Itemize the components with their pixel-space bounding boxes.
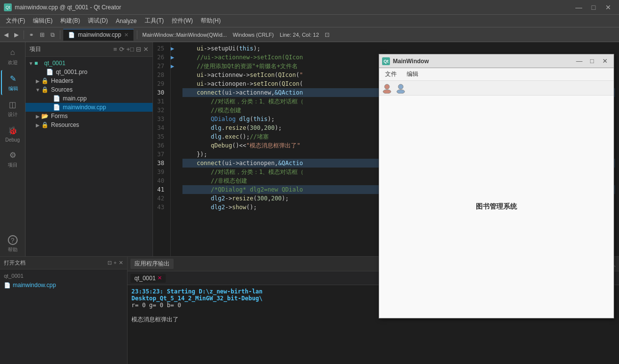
svg-point-2 bbox=[398, 84, 403, 89]
open-docs-float-icon[interactable]: ⊡ bbox=[107, 260, 112, 266]
sidebar-item-design[interactable]: ◫ 设计 bbox=[1, 96, 25, 121]
tree-arrow-headers: ▶ bbox=[34, 78, 41, 84]
output-file-tab[interactable]: qt_0001 ✕ bbox=[130, 274, 166, 283]
toolbar-sep-1 bbox=[24, 30, 24, 39]
toolbar-expand[interactable]: ⊡ bbox=[323, 29, 332, 40]
tree-item-main-cpp[interactable]: 📄 main.cpp bbox=[26, 94, 153, 103]
maximize-button[interactable]: □ bbox=[587, 2, 600, 12]
toolbar-sep-3 bbox=[137, 30, 137, 39]
close-button[interactable]: ✕ bbox=[601, 2, 615, 12]
tree-item-forms[interactable]: ▶ 📂 Forms bbox=[26, 112, 153, 121]
tree-arrow-forms: ▶ bbox=[34, 114, 41, 119]
float-app-icon: Qt bbox=[382, 57, 390, 65]
open-docs-close-icon[interactable]: ✕ bbox=[119, 260, 123, 266]
window-title: mainwindow.cpp @ qt_0001 - Qt Creator bbox=[15, 4, 121, 11]
close-tree-icon[interactable]: ✕ bbox=[143, 46, 149, 53]
menu-file[interactable]: 文件(F) bbox=[2, 16, 29, 26]
app-icon: Qt bbox=[4, 3, 12, 11]
open-doc-project: qt_0001 bbox=[0, 271, 127, 280]
sidebar-label-help: 帮助 bbox=[8, 246, 18, 253]
float-maximize[interactable]: □ bbox=[586, 56, 598, 66]
breadcrumb-function[interactable]: MainWindow::MainWindow(QWid... bbox=[140, 29, 229, 40]
tree-arrow-sources: ▼ bbox=[34, 87, 41, 93]
headers-label: Headers bbox=[51, 77, 73, 84]
filter-icon[interactable]: ≡ bbox=[113, 46, 117, 53]
menu-edit[interactable]: 编辑(E) bbox=[29, 16, 56, 26]
floating-window: Qt MainWindow — □ ✕ 文件 编辑 图书管理系统 bbox=[379, 54, 614, 318]
tree-arrow-root: ▼ bbox=[27, 61, 34, 66]
menu-control[interactable]: 控件(W) bbox=[168, 16, 197, 26]
root-icon: ■ bbox=[34, 60, 42, 67]
file-tree-title: 项目 bbox=[29, 45, 41, 53]
collapse-icon[interactable]: ⊟ bbox=[136, 46, 141, 53]
sidebar-label-debug: Debug bbox=[5, 137, 20, 143]
help-icon: ? bbox=[8, 235, 18, 245]
float-avatar-2[interactable] bbox=[395, 83, 407, 94]
file-tree-panel: 项目 ≡ ⟳ +□ ⊟ ✕ ▼ ■ qt_0001 bbox=[26, 42, 153, 256]
tree-arrow-resources: ▶ bbox=[34, 122, 41, 128]
tab-close-icon[interactable]: ✕ bbox=[124, 32, 129, 38]
active-file-tab[interactable]: 📄 mainwindow.cpp ✕ bbox=[63, 29, 134, 41]
output-file-tab-label: qt_0001 bbox=[134, 275, 155, 282]
open-doc-project-label: qt_0001 bbox=[4, 273, 24, 279]
open-doc-label: mainwindow.cpp bbox=[13, 282, 56, 289]
sidebar-item-debug[interactable]: 🐞 Debug bbox=[1, 122, 25, 146]
sidebar-item-welcome[interactable]: ⌂ 欢迎 bbox=[1, 44, 25, 69]
open-docs-add-icon[interactable]: + bbox=[114, 260, 117, 266]
sidebar-item-help[interactable]: ? 帮助 bbox=[1, 232, 25, 256]
left-sidebar: ⌂ 欢迎 ✎ 编辑 ◫ 设计 🐞 Debug ⚙ 项目 ? 帮助 bbox=[0, 42, 26, 256]
code-line-25: ui->setupUi(this); bbox=[182, 44, 615, 53]
output-file-close[interactable]: ✕ bbox=[157, 275, 162, 281]
welcome-icon: ⌂ bbox=[7, 47, 18, 58]
add-icon[interactable]: +□ bbox=[127, 46, 134, 53]
sidebar-item-project[interactable]: ⚙ 项目 bbox=[1, 146, 25, 171]
menu-help[interactable]: 帮助(H) bbox=[197, 16, 225, 26]
float-menu-edit[interactable]: 编辑 bbox=[403, 69, 422, 79]
toolbar-snap[interactable]: ⊞ bbox=[38, 29, 47, 40]
toolbar-forward[interactable]: ▶ bbox=[12, 29, 21, 40]
open-docs-title: 打开文档 bbox=[4, 259, 26, 267]
tree-item-resources[interactable]: ▶ 🔒 Resources bbox=[26, 121, 153, 129]
menu-bar: 文件(F) 编辑(E) 构建(B) 调试(D) Analyze 工具(T) 控件… bbox=[0, 15, 619, 27]
svg-point-3 bbox=[397, 90, 405, 94]
float-menu-file[interactable]: 文件 bbox=[381, 69, 401, 79]
debug-icon: 🐞 bbox=[7, 125, 18, 136]
open-docs-panel: 打开文档 ⊡ + ✕ qt_0001 📄 mainwindow.cpp bbox=[0, 257, 128, 364]
open-docs-actions: ⊡ + ✕ bbox=[107, 260, 123, 266]
tree-item-headers[interactable]: ▶ 🔒 Headers bbox=[26, 76, 153, 85]
sidebar-item-edit[interactable]: ✎ 编辑 bbox=[1, 70, 25, 95]
main-toolbar: ◀ ▶ ⚭ ⊞ ⧉ 📄 mainwindow.cpp ✕ MainWindow:… bbox=[0, 27, 619, 42]
open-doc-mainwindow[interactable]: 📄 mainwindow.cpp bbox=[0, 280, 127, 290]
menu-tools[interactable]: 工具(T) bbox=[141, 16, 168, 26]
open-docs-content: qt_0001 📄 mainwindow.cpp bbox=[0, 269, 127, 364]
headers-icon: 🔒 bbox=[41, 77, 49, 84]
breadcrumb-encoding[interactable]: Windows (CRLF) bbox=[231, 29, 276, 40]
tree-item-sources[interactable]: ▼ 🔒 Sources bbox=[26, 85, 153, 94]
pro-icon: 📄 bbox=[46, 69, 54, 75]
tree-item-root[interactable]: ▼ ■ qt_0001 bbox=[26, 59, 153, 68]
tab-label: mainwindow.cpp bbox=[78, 31, 121, 38]
tree-item-pro[interactable]: 📄 qt_0001.pro bbox=[26, 68, 153, 76]
main-cpp-icon: 📄 bbox=[53, 95, 61, 102]
file-tree-actions: ≡ ⟳ +□ ⊟ ✕ bbox=[113, 46, 149, 53]
sync-icon[interactable]: ⟳ bbox=[119, 46, 125, 53]
float-minimize[interactable]: — bbox=[573, 56, 585, 66]
arrow-column: ▶ ▶ ▶ bbox=[171, 42, 179, 256]
toolbar-float[interactable]: ⧉ bbox=[49, 29, 57, 40]
breadcrumb-position: Line: 24, Col: 12 bbox=[278, 29, 321, 40]
toolbar-link[interactable]: ⚭ bbox=[27, 29, 36, 40]
float-close[interactable]: ✕ bbox=[599, 56, 611, 66]
menu-debug[interactable]: 调试(D) bbox=[84, 16, 112, 26]
menu-analyze[interactable]: Analyze bbox=[112, 17, 141, 25]
output-panel-title[interactable]: 应用程序输出 bbox=[130, 259, 174, 269]
toolbar-back[interactable]: ◀ bbox=[2, 29, 10, 40]
doc-icon: 📄 bbox=[4, 282, 11, 289]
menu-build[interactable]: 构建(B) bbox=[56, 16, 84, 26]
minimize-button[interactable]: — bbox=[572, 2, 586, 12]
float-avatar-1[interactable] bbox=[381, 83, 393, 94]
tree-item-mainwindow-cpp[interactable]: 📄 mainwindow.cpp bbox=[26, 103, 153, 112]
file-tree-content: ▼ ■ qt_0001 📄 qt_0001.pro ▶ 🔒 Headers bbox=[26, 57, 153, 256]
title-left: Qt mainwindow.cpp @ qt_0001 - Qt Creator bbox=[4, 3, 121, 11]
float-toolbar bbox=[379, 81, 614, 96]
sidebar-label-project: 项目 bbox=[8, 162, 18, 169]
